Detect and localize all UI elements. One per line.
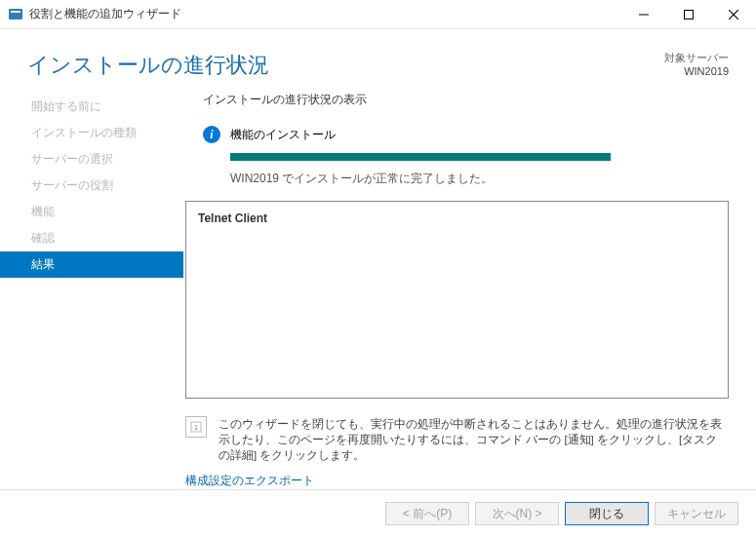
maximize-button[interactable] [666,0,711,29]
next-button: 次へ(N) > [475,502,559,525]
sidebar-item-server-select: サーバーの選択 [0,146,183,173]
prev-button: < 前へ(P) [385,502,469,525]
content: インストールの進行状況 対象サーバー WIN2019 開始する前に インストール… [0,29,756,537]
body: 開始する前に インストールの種類 サーバーの選択 サーバーの役割 機能 確認 結… [0,92,756,489]
status-heading: 機能のインストール [230,127,336,143]
sidebar-item-before-start: 開始する前に [0,94,183,120]
note-row: 1 このウィザードを閉じても、実行中の処理が中断されることはありません。処理の進… [183,416,729,463]
target-server-name: WIN2019 [664,65,729,77]
minimize-button[interactable] [621,0,666,29]
result-item: Telnet Client [198,211,716,225]
svg-text:1: 1 [194,423,199,432]
export-config-link[interactable]: 構成設定のエクスポート [183,473,729,489]
progress-container [183,153,729,161]
close-wizard-button[interactable]: 閉じる [565,502,649,525]
header: インストールの進行状況 対象サーバー WIN2019 [0,29,756,92]
note-icon: 1 [185,416,207,438]
app-icon [8,7,23,22]
sidebar-item-features: 機能 [0,199,183,225]
results-box: Telnet Client [185,201,729,399]
sidebar-item-server-roles: サーバーの役割 [0,173,183,199]
titlebar: 役割と機能の追加ウィザード [0,0,756,29]
target-server-label: 対象サーバー [664,51,729,65]
status-message: WIN2019 でインストールが正常に完了しました。 [183,171,729,187]
sidebar: 開始する前に インストールの種類 サーバーの選択 サーバーの役割 機能 確認 結… [0,92,183,489]
close-button[interactable] [711,0,756,29]
page-title: インストールの進行状況 [27,51,269,80]
sidebar-item-install-type: インストールの種類 [0,120,183,146]
svg-rect-0 [9,9,22,19]
info-icon: i [203,126,220,143]
sidebar-item-results[interactable]: 結果 [0,251,183,278]
sidebar-item-confirm: 確認 [0,225,183,251]
svg-rect-1 [11,11,20,13]
window-controls [621,0,756,29]
target-server: 対象サーバー WIN2019 [664,51,729,77]
note-text: このウィザードを閉じても、実行中の処理が中断されることはありません。処理の進行状… [219,416,729,463]
window-title: 役割と機能の追加ウィザード [29,6,181,22]
section-label: インストールの進行状況の表示 [183,92,729,108]
progress-bar [230,153,611,161]
svg-rect-3 [685,10,694,19]
status-row: i 機能のインストール [183,126,729,143]
footer: < 前へ(P) 次へ(N) > 閉じる キャンセル [0,489,756,537]
cancel-button: キャンセル [655,502,738,525]
main: インストールの進行状況の表示 i 機能のインストール WIN2019 でインスト… [183,92,756,489]
